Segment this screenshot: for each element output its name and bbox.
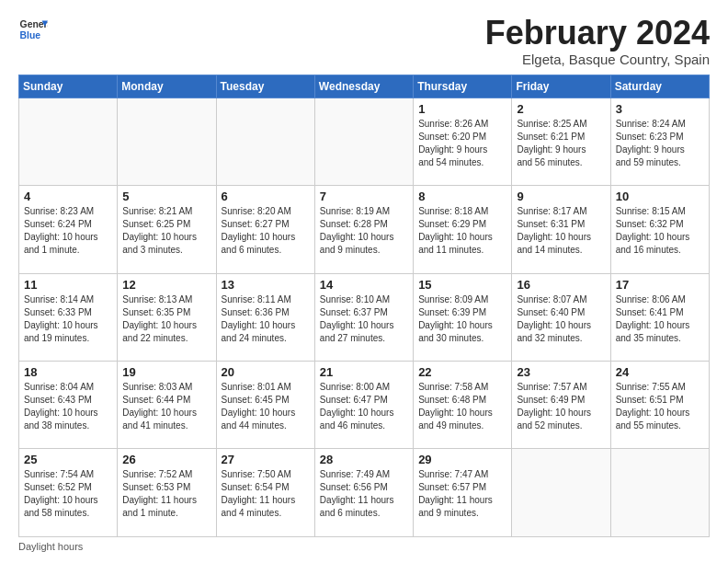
day-number: 15 — [418, 278, 506, 292]
calendar-cell — [610, 449, 709, 537]
calendar-week-5: 25Sunrise: 7:54 AM Sunset: 6:52 PM Dayli… — [19, 449, 710, 537]
calendar-cell: 13Sunrise: 8:11 AM Sunset: 6:36 PM Dayli… — [216, 273, 314, 361]
day-info: Sunrise: 8:04 AM Sunset: 6:43 PM Dayligh… — [24, 381, 112, 432]
calendar-cell: 14Sunrise: 8:10 AM Sunset: 6:37 PM Dayli… — [314, 273, 413, 361]
day-info: Sunrise: 8:19 AM Sunset: 6:28 PM Dayligh… — [320, 205, 408, 257]
day-number: 1 — [418, 102, 506, 116]
day-info: Sunrise: 8:07 AM Sunset: 6:40 PM Dayligh… — [517, 293, 605, 345]
day-info: Sunrise: 8:21 AM Sunset: 6:25 PM Dayligh… — [122, 205, 210, 257]
daylight-label: Daylight hours — [18, 541, 83, 552]
calendar-header-thursday: Thursday — [414, 75, 512, 98]
calendar-cell — [216, 98, 314, 185]
day-number: 11 — [24, 278, 112, 292]
day-number: 20 — [222, 365, 310, 379]
calendar-cell: 22Sunrise: 7:58 AM Sunset: 6:48 PM Dayli… — [414, 362, 512, 449]
day-info: Sunrise: 8:06 AM Sunset: 6:41 PM Dayligh… — [616, 293, 704, 345]
day-number: 16 — [517, 278, 605, 292]
calendar-cell: 5Sunrise: 8:21 AM Sunset: 6:25 PM Daylig… — [118, 186, 216, 273]
day-number: 4 — [24, 190, 112, 203]
logo-icon: General Blue — [18, 15, 48, 44]
calendar-header-wednesday: Wednesday — [314, 75, 413, 98]
month-title: February 2024 — [485, 15, 710, 52]
day-info: Sunrise: 8:13 AM Sunset: 6:35 PM Dayligh… — [122, 293, 210, 345]
calendar-cell: 21Sunrise: 8:00 AM Sunset: 6:47 PM Dayli… — [314, 362, 413, 449]
calendar-cell: 23Sunrise: 7:57 AM Sunset: 6:49 PM Dayli… — [512, 362, 610, 449]
calendar-cell — [314, 98, 413, 185]
calendar-header-friday: Friday — [512, 75, 610, 98]
page: General Blue February 2024 Elgeta, Basqu… — [0, 0, 728, 563]
calendar-cell: 17Sunrise: 8:06 AM Sunset: 6:41 PM Dayli… — [610, 273, 709, 361]
calendar-cell — [19, 98, 118, 185]
day-info: Sunrise: 7:55 AM Sunset: 6:51 PM Dayligh… — [616, 381, 704, 432]
day-number: 23 — [517, 365, 605, 379]
calendar-cell: 6Sunrise: 8:20 AM Sunset: 6:27 PM Daylig… — [216, 186, 314, 273]
day-number: 5 — [122, 190, 210, 203]
day-number: 18 — [24, 365, 112, 379]
day-number: 17 — [616, 278, 704, 292]
day-info: Sunrise: 8:14 AM Sunset: 6:33 PM Dayligh… — [24, 293, 112, 345]
calendar: SundayMondayTuesdayWednesdayThursdayFrid… — [18, 75, 710, 537]
calendar-cell: 1Sunrise: 8:26 AM Sunset: 6:20 PM Daylig… — [414, 98, 512, 185]
day-info: Sunrise: 8:03 AM Sunset: 6:44 PM Dayligh… — [122, 381, 210, 432]
day-number: 22 — [418, 365, 506, 379]
day-info: Sunrise: 8:10 AM Sunset: 6:37 PM Dayligh… — [320, 293, 408, 345]
day-info: Sunrise: 8:00 AM Sunset: 6:47 PM Dayligh… — [320, 381, 408, 432]
calendar-cell: 10Sunrise: 8:15 AM Sunset: 6:32 PM Dayli… — [610, 186, 709, 273]
day-info: Sunrise: 8:01 AM Sunset: 6:45 PM Dayligh… — [222, 381, 310, 432]
day-info: Sunrise: 8:25 AM Sunset: 6:21 PM Dayligh… — [517, 118, 605, 169]
day-number: 8 — [418, 190, 506, 203]
calendar-cell: 12Sunrise: 8:13 AM Sunset: 6:35 PM Dayli… — [118, 273, 216, 361]
calendar-cell: 18Sunrise: 8:04 AM Sunset: 6:43 PM Dayli… — [19, 362, 118, 449]
calendar-cell: 7Sunrise: 8:19 AM Sunset: 6:28 PM Daylig… — [314, 186, 413, 273]
day-number: 28 — [320, 453, 408, 466]
title-block: February 2024 Elgeta, Basque Country, Sp… — [485, 15, 710, 67]
calendar-cell: 4Sunrise: 8:23 AM Sunset: 6:24 PM Daylig… — [19, 186, 118, 273]
calendar-cell: 15Sunrise: 8:09 AM Sunset: 6:39 PM Dayli… — [414, 273, 512, 361]
calendar-cell: 2Sunrise: 8:25 AM Sunset: 6:21 PM Daylig… — [512, 98, 610, 185]
calendar-cell: 26Sunrise: 7:52 AM Sunset: 6:53 PM Dayli… — [118, 449, 216, 537]
calendar-cell: 9Sunrise: 8:17 AM Sunset: 6:31 PM Daylig… — [512, 186, 610, 273]
day-info: Sunrise: 8:11 AM Sunset: 6:36 PM Dayligh… — [222, 293, 310, 345]
day-info: Sunrise: 8:17 AM Sunset: 6:31 PM Dayligh… — [517, 205, 605, 257]
day-number: 19 — [122, 365, 210, 379]
day-info: Sunrise: 8:23 AM Sunset: 6:24 PM Dayligh… — [24, 205, 112, 257]
day-info: Sunrise: 8:20 AM Sunset: 6:27 PM Dayligh… — [222, 205, 310, 257]
day-number: 9 — [517, 190, 605, 203]
day-info: Sunrise: 8:18 AM Sunset: 6:29 PM Dayligh… — [418, 205, 506, 257]
calendar-cell: 29Sunrise: 7:47 AM Sunset: 6:57 PM Dayli… — [414, 449, 512, 537]
calendar-cell: 8Sunrise: 8:18 AM Sunset: 6:29 PM Daylig… — [414, 186, 512, 273]
day-number: 12 — [122, 278, 210, 292]
calendar-header-monday: Monday — [118, 75, 216, 98]
calendar-cell: 20Sunrise: 8:01 AM Sunset: 6:45 PM Dayli… — [216, 362, 314, 449]
day-number: 2 — [517, 102, 605, 116]
calendar-header-saturday: Saturday — [610, 75, 709, 98]
calendar-week-1: 1Sunrise: 8:26 AM Sunset: 6:20 PM Daylig… — [19, 98, 710, 185]
location: Elgeta, Basque Country, Spain — [485, 52, 710, 67]
day-number: 3 — [616, 102, 704, 116]
day-info: Sunrise: 8:15 AM Sunset: 6:32 PM Dayligh… — [616, 205, 704, 257]
calendar-header-tuesday: Tuesday — [216, 75, 314, 98]
day-info: Sunrise: 7:50 AM Sunset: 6:54 PM Dayligh… — [222, 468, 310, 520]
day-info: Sunrise: 8:26 AM Sunset: 6:20 PM Dayligh… — [418, 118, 506, 169]
day-info: Sunrise: 7:47 AM Sunset: 6:57 PM Dayligh… — [418, 468, 506, 520]
day-number: 25 — [24, 453, 112, 466]
day-number: 24 — [616, 365, 704, 379]
day-info: Sunrise: 8:09 AM Sunset: 6:39 PM Dayligh… — [418, 293, 506, 345]
calendar-header-sunday: Sunday — [19, 75, 118, 98]
day-info: Sunrise: 7:57 AM Sunset: 6:49 PM Dayligh… — [517, 381, 605, 432]
day-number: 21 — [320, 365, 408, 379]
day-info: Sunrise: 7:58 AM Sunset: 6:48 PM Dayligh… — [418, 381, 506, 432]
calendar-header-row: SundayMondayTuesdayWednesdayThursdayFrid… — [19, 75, 710, 98]
calendar-cell: 27Sunrise: 7:50 AM Sunset: 6:54 PM Dayli… — [216, 449, 314, 537]
day-number: 10 — [616, 190, 704, 203]
logo: General Blue — [18, 15, 48, 44]
calendar-cell: 16Sunrise: 8:07 AM Sunset: 6:40 PM Dayli… — [512, 273, 610, 361]
calendar-week-2: 4Sunrise: 8:23 AM Sunset: 6:24 PM Daylig… — [19, 186, 710, 273]
calendar-week-3: 11Sunrise: 8:14 AM Sunset: 6:33 PM Dayli… — [19, 273, 710, 361]
day-number: 13 — [222, 278, 310, 292]
day-number: 6 — [222, 190, 310, 203]
day-number: 27 — [222, 453, 310, 466]
calendar-cell — [512, 449, 610, 537]
calendar-cell: 25Sunrise: 7:54 AM Sunset: 6:52 PM Dayli… — [19, 449, 118, 537]
calendar-cell: 24Sunrise: 7:55 AM Sunset: 6:51 PM Dayli… — [610, 362, 709, 449]
